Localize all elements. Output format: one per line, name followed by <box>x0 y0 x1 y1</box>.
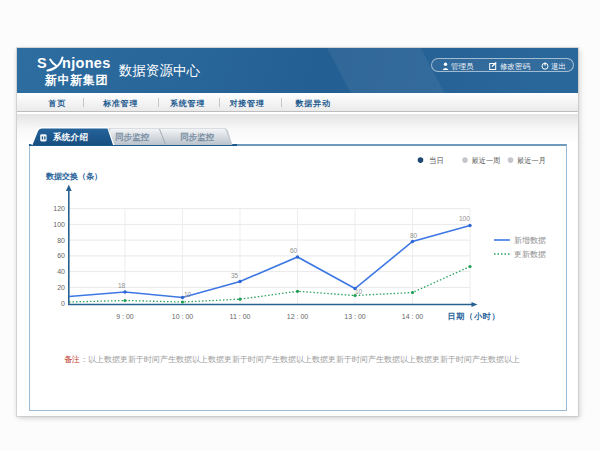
svg-text:14 : 00: 14 : 00 <box>402 313 424 320</box>
svg-text:日期（小时）: 日期（小时） <box>448 311 501 320</box>
svg-text:80: 80 <box>57 236 65 243</box>
svg-text:35: 35 <box>231 271 239 278</box>
svg-text:40: 40 <box>57 268 65 275</box>
svg-text:备注：以上数据更新于时间产生数据以上数据更新于时间产生数据以: 备注：以上数据更新于时间产生数据以上数据更新于时间产生数据以上数据更新于时间产生… <box>64 354 520 363</box>
svg-text:数据交换（条）: 数据交换（条） <box>45 172 102 181</box>
svg-text:最近一月: 最近一月 <box>517 156 546 165</box>
svg-text:100: 100 <box>53 220 65 227</box>
svg-text:10 : 00: 10 : 00 <box>172 313 194 320</box>
svg-text:18: 18 <box>118 281 126 288</box>
svg-text:12 : 00: 12 : 00 <box>287 313 309 320</box>
svg-text:20: 20 <box>57 283 65 290</box>
svg-text:100: 100 <box>459 215 470 222</box>
svg-text:10: 10 <box>355 288 363 295</box>
svg-text:10: 10 <box>184 290 192 297</box>
svg-text:120: 120 <box>53 205 65 212</box>
svg-text:11 : 00: 11 : 00 <box>230 313 251 320</box>
svg-text:60: 60 <box>290 246 298 253</box>
svg-text:同步监控: 同步监控 <box>115 132 150 142</box>
svg-text:系统介绍: 系统介绍 <box>52 132 88 142</box>
svg-text:0: 0 <box>61 299 65 306</box>
svg-text:最近一周: 最近一周 <box>472 156 501 165</box>
svg-text:新增数据: 新增数据 <box>514 236 546 245</box>
svg-text:同步监控: 同步监控 <box>180 132 215 142</box>
svg-text:80: 80 <box>410 231 418 238</box>
svg-text:当日: 当日 <box>429 156 444 165</box>
svg-text:60: 60 <box>57 252 65 259</box>
svg-text:更新数据: 更新数据 <box>514 250 546 259</box>
svg-text:9 : 00: 9 : 00 <box>116 313 134 320</box>
svg-text:13 : 00: 13 : 00 <box>344 313 366 320</box>
